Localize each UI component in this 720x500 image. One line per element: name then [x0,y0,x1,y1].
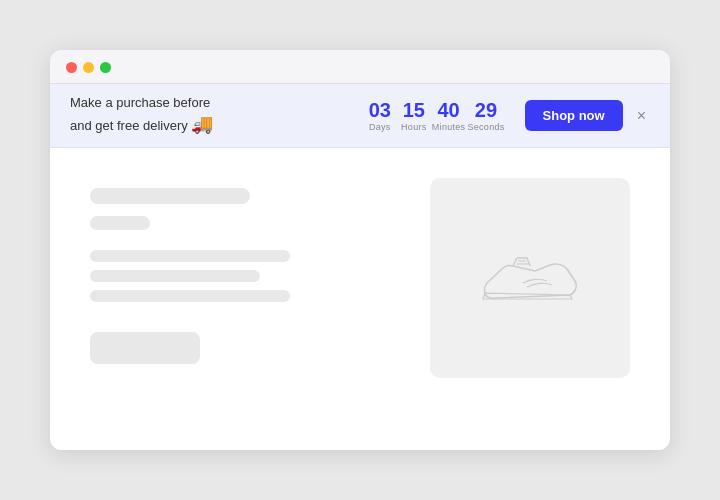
minimize-dot[interactable] [83,62,94,73]
skeleton-line-3 [90,290,290,302]
minutes-number: 40 [437,99,459,121]
skeleton-title-long [90,188,250,204]
notif-text-line1: Make a purchase before [70,94,213,112]
countdown-hours: 15 Hours [398,99,430,132]
maximize-dot[interactable] [100,62,111,73]
page-content [50,148,670,450]
skeleton-button [90,332,200,364]
shoe-icon [475,243,585,313]
browser-titlebar [50,50,670,84]
close-notification-button[interactable]: × [633,106,650,126]
skeleton-line-2 [90,270,260,282]
skeleton-text-group [90,250,400,302]
close-dot[interactable] [66,62,77,73]
seconds-label: Seconds [467,122,504,132]
days-number: 03 [369,99,391,121]
countdown-days: 03 Days [364,99,396,132]
notif-message: Make a purchase before and get free deli… [70,94,213,137]
seconds-number: 29 [475,99,497,121]
skeleton-title-short [90,216,150,230]
notif-text-line2: and get free delivery 🚚 [70,112,213,137]
content-left [90,178,400,420]
minutes-label: Minutes [432,122,466,132]
hours-label: Hours [401,122,427,132]
countdown-seconds: 29 Seconds [467,99,504,132]
days-label: Days [369,122,391,132]
skeleton-line-1 [90,250,290,262]
delivery-emoji: 🚚 [191,114,213,134]
countdown-timer: 03 Days 15 Hours 40 Minutes 29 Seconds [364,99,505,132]
browser-window: Make a purchase before and get free deli… [50,50,670,450]
hours-number: 15 [403,99,425,121]
notif-left: Make a purchase before and get free deli… [70,94,344,137]
countdown-minutes: 40 Minutes [432,99,466,132]
notification-bar: Make a purchase before and get free deli… [50,84,670,148]
product-image-placeholder [430,178,630,378]
shop-now-button[interactable]: Shop now [525,100,623,131]
